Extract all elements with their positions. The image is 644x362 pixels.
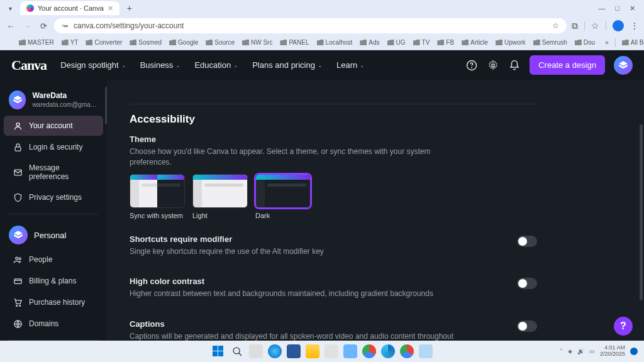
app-icon-5[interactable] xyxy=(419,344,433,358)
header-nav-item[interactable]: Learn⌄ xyxy=(336,60,365,70)
header-nav-item[interactable]: Education⌄ xyxy=(194,60,238,70)
theme-option-light[interactable]: Light xyxy=(192,174,248,219)
header-nav-item[interactable]: Design spotlight⌄ xyxy=(60,60,126,70)
setting-row: High color contrastHigher contrast betwe… xyxy=(130,277,537,305)
sidebar-item-billing-plans[interactable]: Billing & plans xyxy=(4,271,103,291)
canva-logo[interactable]: Canva xyxy=(11,57,47,74)
close-window-icon[interactable]: ✕ xyxy=(630,4,635,13)
back-icon[interactable]: ← xyxy=(5,20,16,31)
svg-rect-4 xyxy=(15,146,21,150)
battery-icon[interactable]: ▭ xyxy=(589,348,595,354)
theme-option-dark[interactable]: Dark xyxy=(255,174,311,219)
prev-section-remnant xyxy=(130,90,537,104)
menu-icon[interactable]: ⋮ xyxy=(630,21,639,31)
bell-icon[interactable] xyxy=(508,59,521,72)
task-view-icon[interactable] xyxy=(249,344,263,358)
user-avatar[interactable] xyxy=(614,56,633,75)
bookmark-item[interactable]: Sosmed xyxy=(130,39,162,46)
sidebar-item-domains[interactable]: Domains xyxy=(4,314,103,334)
bookmark-item[interactable]: Google xyxy=(169,39,198,46)
bookmark-item[interactable]: NW Src xyxy=(242,39,272,46)
svg-rect-13 xyxy=(218,346,223,351)
file-explorer-icon[interactable] xyxy=(306,344,319,358)
sidebar-item-message-preferences[interactable]: Message preferences xyxy=(4,158,103,186)
sidebar-item-people[interactable]: People xyxy=(4,250,103,270)
bookmark-item[interactable]: Source xyxy=(206,39,235,46)
help-fab-button[interactable]: ? xyxy=(614,317,633,336)
favorite-star-icon[interactable]: ☆ xyxy=(591,21,599,31)
bookmark-item[interactable]: Converter xyxy=(86,39,122,46)
notifications-icon[interactable] xyxy=(630,348,638,355)
extensions-icon[interactable]: ⧉ xyxy=(572,21,578,31)
sidebar-item-purchase-history[interactable]: Purchase history xyxy=(4,292,103,312)
bookmark-item[interactable]: TV xyxy=(413,39,430,46)
app-icon-3[interactable] xyxy=(325,344,338,358)
taskbar-center xyxy=(211,344,433,358)
svg-point-6 xyxy=(15,257,18,260)
app-icon-4[interactable] xyxy=(343,344,357,358)
bookmark-item[interactable]: Localhost xyxy=(317,39,353,46)
volume-icon[interactable]: 🔊 xyxy=(577,348,584,354)
app-icon-2[interactable] xyxy=(287,344,301,358)
bookmark-item[interactable]: MASTER xyxy=(19,39,54,46)
minimize-icon[interactable]: ― xyxy=(598,4,605,13)
toggle-switch[interactable] xyxy=(517,236,537,247)
setting-title: High color contrast xyxy=(130,277,498,286)
bookmark-item[interactable]: Article xyxy=(462,39,488,46)
search-icon[interactable] xyxy=(230,344,244,358)
bookmark-item[interactable]: PANEL xyxy=(280,39,309,46)
app-icon-1[interactable] xyxy=(268,344,282,358)
sidebar-user-email: waredata.com@gmail.c… xyxy=(32,101,98,109)
forward-icon[interactable]: → xyxy=(21,20,33,31)
sidebar-user-name: WareData xyxy=(32,91,98,101)
toggle-switch[interactable] xyxy=(517,321,537,332)
chrome-icon-2[interactable] xyxy=(400,344,414,358)
globe-icon xyxy=(13,319,23,329)
mail-icon xyxy=(13,167,23,177)
sidebar-user-avatar xyxy=(9,90,26,109)
start-icon[interactable] xyxy=(211,344,225,358)
theme-option-sync-with-system[interactable]: Sync with system xyxy=(130,174,185,219)
sidebar-item-your-account[interactable]: Your account xyxy=(4,116,103,136)
gear-icon[interactable] xyxy=(487,59,499,72)
site-info-icon[interactable]: ≔ xyxy=(62,22,69,30)
chrome-icon[interactable] xyxy=(362,344,376,358)
sidebar-team-block[interactable]: Personal xyxy=(0,221,107,250)
header-nav: Design spotlight⌄Business⌄Education⌄Plan… xyxy=(60,60,365,70)
svg-point-16 xyxy=(233,348,240,354)
maximize-icon[interactable]: □ xyxy=(615,4,619,13)
bookmark-item[interactable]: Upwork xyxy=(496,39,526,46)
reload-icon[interactable]: ⟳ xyxy=(38,20,49,31)
system-tray: ˄ ◈ 🔊 ▭ 4:01 AM 2/20/2025 xyxy=(560,345,638,358)
profile-avatar-icon[interactable] xyxy=(613,20,624,31)
main-scrollbar-thumb[interactable] xyxy=(640,124,643,300)
bookmark-item[interactable]: Dou xyxy=(575,39,595,46)
header-nav-item[interactable]: Plans and pricing⌄ xyxy=(252,60,323,70)
sidebar-user-block[interactable]: WareData waredata.com@gmail.c… xyxy=(0,87,107,116)
help-icon[interactable] xyxy=(465,59,478,72)
bookmark-item[interactable]: UG xyxy=(387,39,406,46)
bookmark-overflow[interactable]: » xyxy=(605,39,609,46)
all-bookmarks-button[interactable]: All Bookmarks xyxy=(622,39,644,46)
tab-search-icon[interactable]: ▾ xyxy=(4,2,16,14)
address-bar[interactable]: ≔ canva.com/settings/your-account ☆ xyxy=(54,18,567,33)
create-design-button[interactable]: Create a design xyxy=(530,55,605,75)
sidebar-item-privacy-settings[interactable]: Privacy settings xyxy=(4,187,103,207)
svg-rect-8 xyxy=(14,278,21,283)
new-tab-button[interactable]: + xyxy=(123,3,136,13)
tray-chevron-icon[interactable]: ˄ xyxy=(560,348,563,354)
wifi-icon[interactable]: ◈ xyxy=(568,348,572,354)
bookmark-star-icon[interactable]: ☆ xyxy=(552,21,559,30)
edge-icon[interactable] xyxy=(381,344,395,358)
bookmark-item[interactable]: Semrush xyxy=(533,39,567,46)
sidebar-item-login-security[interactable]: Login & security xyxy=(4,137,103,157)
toggle-switch[interactable] xyxy=(517,278,537,289)
header-nav-item[interactable]: Business⌄ xyxy=(140,60,181,70)
browser-tab[interactable]: Your account · Canva ✕ xyxy=(20,1,119,15)
bookmark-item[interactable]: Ads xyxy=(360,39,379,46)
close-tab-icon[interactable]: ✕ xyxy=(108,4,113,13)
bookmark-item[interactable]: FB xyxy=(437,39,454,46)
settings-sidebar: WareData waredata.com@gmail.c… Your acco… xyxy=(0,80,107,362)
clock[interactable]: 4:01 AM 2/20/2025 xyxy=(600,345,625,358)
bookmark-item[interactable]: YT xyxy=(62,39,79,46)
